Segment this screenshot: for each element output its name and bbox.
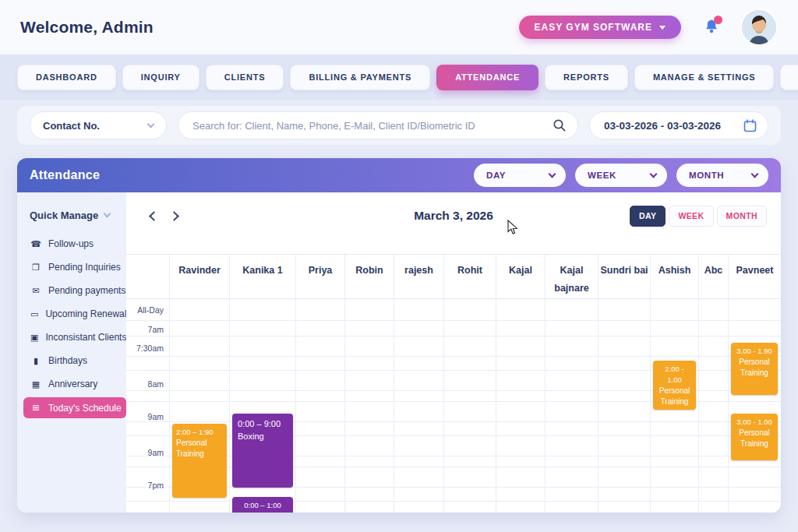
search-input[interactable] <box>192 120 553 132</box>
sidebar-item-anniversary[interactable]: ▦Anniversary <box>17 372 126 396</box>
grid-column-line <box>344 299 345 513</box>
contact-type-label: Contact No. <box>43 120 100 132</box>
tab-manage-settings[interactable]: MANAGE & SETTINGS <box>634 65 775 90</box>
notification-bell-icon[interactable] <box>701 17 722 37</box>
event-time: 2.00 - 1.00 <box>657 364 692 386</box>
sidebar-item-label: Pending Inquiries <box>48 262 121 273</box>
column-header-rohit: Rohit <box>444 255 496 298</box>
sidebar-item-label: Today's Schedule <box>48 403 122 414</box>
calendar-view-toggle: DAYWEEKMONTH <box>630 206 767 227</box>
next-day-button[interactable] <box>164 206 184 226</box>
search-icon[interactable] <box>553 118 567 132</box>
phone-icon: ☎ <box>30 239 41 249</box>
week-dropdown[interactable]: WEEK <box>575 164 667 187</box>
event-time: 3.00 - 1.90 <box>735 346 774 357</box>
column-header-kanika-1: Kanika 1 <box>230 255 296 298</box>
view-dropdowns: DAYWEEKMONTH <box>474 164 768 187</box>
month-dropdown[interactable]: MONTH <box>676 164 768 187</box>
tab-clients[interactable]: CLIENTS <box>206 65 284 90</box>
tab-forms[interactable]: FORMS <box>780 65 798 90</box>
chevron-left-icon <box>149 211 159 221</box>
view-week-button[interactable]: WEEK <box>669 206 713 227</box>
column-header-ravinder: Ravinder <box>170 255 230 298</box>
grid-column-line <box>650 299 651 513</box>
view-month-button[interactable]: MONTH <box>717 206 768 227</box>
column-header-ashish: Ashish <box>651 255 699 298</box>
time-label: 7pm <box>126 475 170 496</box>
column-header-kajal: Kajal <box>496 255 546 298</box>
view-day-button[interactable]: DAY <box>630 206 666 227</box>
time-label: 9am <box>126 407 170 428</box>
quick-manage-label: Quick Manage <box>30 210 98 221</box>
brand-dropdown-button[interactable]: EASY GYM SOFTWARE <box>519 16 681 39</box>
search-box <box>178 111 578 139</box>
inquiry-icon: ❐ <box>30 262 41 273</box>
grid-column-line <box>229 299 230 513</box>
day-dropdown[interactable]: DAY <box>474 164 566 187</box>
sidebar-item-pending-payments[interactable]: ✉Pending payments <box>17 279 126 302</box>
sidebar-item-label: Pending payments <box>48 285 125 296</box>
tab-inquiry[interactable]: INQUIRY <box>122 65 200 90</box>
anniversary-icon: ▦ <box>30 379 41 389</box>
column-header-abc: Abc <box>699 255 729 298</box>
client-icon: ▣ <box>30 333 38 343</box>
tab-dashboard[interactable]: DASHBOARD <box>17 65 116 90</box>
renewal-icon: ▭ <box>30 309 38 319</box>
avatar[interactable] <box>742 10 776 44</box>
calendar-event-ashish[interactable]: 2.00 - 1.00Personal Training <box>653 361 696 410</box>
quick-manage-header[interactable]: Quick Manage <box>17 210 126 232</box>
sidebar-item-follow-ups[interactable]: ☎Follow-ups <box>17 232 126 255</box>
page-title: Welcome, Admin <box>20 18 154 37</box>
chevron-down-icon <box>147 120 155 128</box>
grid-column-line <box>698 299 699 513</box>
calendar-event-kanika-1[interactable]: 0:00 – 1:00 <box>232 497 293 513</box>
calendar-event-pavneet[interactable]: 3.00 - 1.90Personal Training <box>731 343 778 395</box>
time-label: 7:30am <box>126 338 170 359</box>
grid-column-line <box>598 299 598 513</box>
event-title: Personal Training <box>657 386 692 408</box>
grid-row <box>126 321 781 336</box>
sidebar-item-pending-inquiries[interactable]: ❐Pending Inquiries <box>17 255 126 279</box>
sidebar-item-today-s-schedule[interactable]: ⊞Today's Schedule <box>23 397 126 418</box>
sidebar-item-label: Birthdays <box>48 355 87 366</box>
date-range-picker[interactable]: 03-03-2026 - 03-03-2026 <box>589 111 768 139</box>
main-nav: DASHBOARDINQUIRYCLIENTSBILLING & PAYMENT… <box>0 55 798 100</box>
event-title: Personal Training <box>176 438 223 460</box>
grid-column-line <box>545 299 546 513</box>
event-time: 0:00 – 1:00 <box>236 500 289 511</box>
calendar-event-pavneet[interactable]: 3.00 - 1.00Personal Training <box>731 414 778 460</box>
time-column-header <box>126 255 170 298</box>
event-time: 2:00 – 1:90 <box>176 427 223 438</box>
quick-manage-sidebar: Quick Manage ☎Follow-ups❐Pending Inquiri… <box>17 192 126 513</box>
column-header-kajal-bajnare: Kajal bajnare <box>546 255 598 298</box>
calendar: March 3, 2026 DAYWEEKMONTH RavinderKanik… <box>126 192 781 513</box>
sidebar-item-upcoming-renewals[interactable]: ▭Upcoming Renewals <box>17 302 126 326</box>
time-label: All-Day <box>126 299 170 322</box>
sidebar-item-label: Upcoming Renewals <box>45 308 131 319</box>
sidebar-item-label: Follow-ups <box>48 238 94 249</box>
avatar-image <box>742 10 776 44</box>
event-title: Personal Training <box>735 428 774 450</box>
tab-reports[interactable]: REPORTS <box>545 65 628 90</box>
top-header: Welcome, Admin EASY GYM SOFTWARE <box>0 0 798 55</box>
tab-attendance[interactable]: ATTENDANCE <box>436 65 538 90</box>
event-time: 0:00 – 9:00 <box>238 418 288 431</box>
grid-column-line <box>394 299 394 513</box>
contact-type-dropdown[interactable]: Contact No. <box>30 111 167 139</box>
payment-icon: ✉ <box>30 286 41 296</box>
tab-billing-payments[interactable]: BILLING & PAYMENTS <box>290 65 430 90</box>
calendar-event-kanika-1[interactable]: 0:00 – 9:00Boxing <box>232 414 293 488</box>
column-header-sundri-bai: Sundri bai <box>598 255 651 298</box>
chevron-right-icon <box>169 211 179 221</box>
grid-column-line <box>496 299 496 513</box>
prev-day-button[interactable] <box>143 206 164 226</box>
column-header-pavneet: Pavneet <box>729 255 781 298</box>
calendar-column-headers: RavinderKanika 1PriyaRobinrajeshRohitKaj… <box>126 254 781 299</box>
calendar-event-ravinder[interactable]: 2:00 – 1:90Personal Training <box>172 424 227 498</box>
sidebar-item-birthdays[interactable]: ▮Birthdays <box>17 349 126 372</box>
date-range-value: 03-03-2026 - 03-03-2026 <box>604 120 721 132</box>
sidebar-item-label: Anniversary <box>48 379 97 389</box>
sidebar-item-inconsistant-clients[interactable]: ▣Inconsistant Clients <box>17 326 126 349</box>
time-label: 7am <box>126 322 170 338</box>
time-label: 9am <box>126 442 170 463</box>
